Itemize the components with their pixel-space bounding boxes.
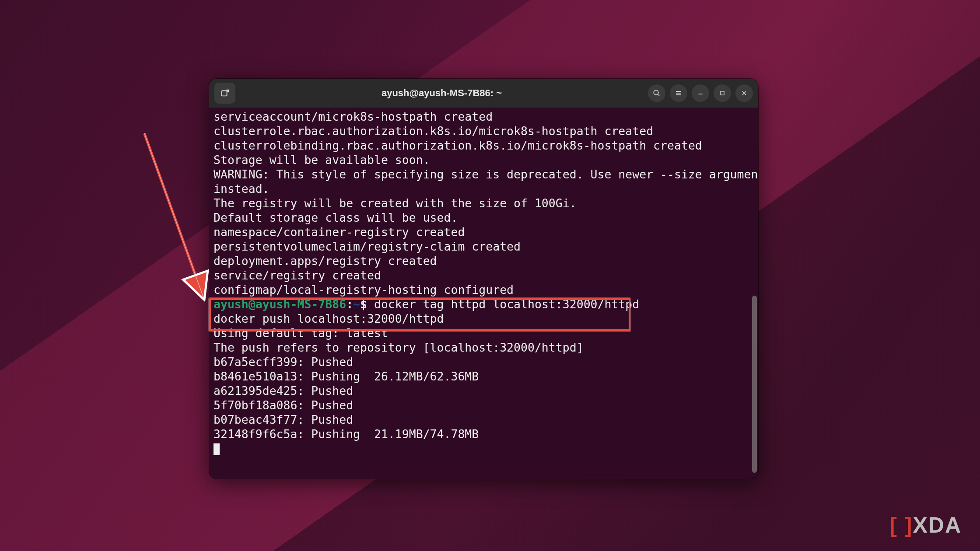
output-line: 32148f9f6c5a: Pushing 21.19MB/74.78MB bbox=[214, 427, 479, 441]
output-line: instead. bbox=[214, 182, 270, 195]
terminal-window: ayush@ayush-MS-7B86: ~ serviceaccount/mi… bbox=[209, 79, 758, 479]
prompt-user: ayush@ayush-MS-7B86 bbox=[214, 297, 346, 311]
output-line: a621395de425: Pushed bbox=[214, 384, 353, 398]
output-line: The push refers to repository [localhost… bbox=[214, 341, 584, 354]
output-line: serviceaccount/microk8s-hostpath created bbox=[214, 110, 493, 123]
window-titlebar: ayush@ayush-MS-7B86: ~ bbox=[209, 79, 758, 108]
output-line: deployment.apps/registry created bbox=[214, 254, 437, 268]
output-line: configmap/local-registry-hosting configu… bbox=[214, 283, 514, 296]
xda-logo-text: XDA bbox=[913, 513, 962, 538]
window-title: ayush@ayush-MS-7B86: ~ bbox=[240, 87, 644, 99]
output-line: b67a5ecff399: Pushed bbox=[214, 355, 353, 369]
search-button[interactable] bbox=[648, 84, 665, 102]
terminal-output[interactable]: serviceaccount/microk8s-hostpath created… bbox=[209, 108, 758, 479]
prompt-symbol: $ bbox=[360, 297, 367, 311]
new-tab-button[interactable] bbox=[214, 83, 235, 104]
menu-button[interactable] bbox=[670, 84, 687, 102]
prompt-path: ~ bbox=[353, 297, 360, 311]
command-line-1: docker tag httpd localhost:32000/httpd bbox=[367, 297, 639, 311]
output-line: b07beac43f77: Pushed bbox=[214, 413, 353, 426]
output-line: Default storage class will be used. bbox=[214, 211, 458, 224]
scrollbar-thumb[interactable] bbox=[752, 296, 757, 473]
output-line: 5f70bf18a086: Pushed bbox=[214, 398, 353, 412]
output-line: namespace/container-registry created bbox=[214, 225, 465, 239]
prompt-sep: : bbox=[346, 297, 353, 311]
close-button[interactable] bbox=[735, 84, 753, 102]
xda-bracket-icon: [ ] bbox=[889, 513, 913, 538]
output-line: persistentvolumeclaim/registry-claim cre… bbox=[214, 240, 521, 253]
output-line: Storage will be available soon. bbox=[214, 153, 430, 167]
output-line: service/registry created bbox=[214, 269, 381, 282]
svg-point-1 bbox=[654, 90, 658, 95]
minimize-button[interactable] bbox=[692, 84, 709, 102]
svg-rect-2 bbox=[721, 91, 724, 95]
xda-logo: [ ]XDA bbox=[889, 513, 962, 538]
output-line: clusterrolebinding.rbac.authorization.k8… bbox=[214, 139, 702, 152]
terminal-cursor bbox=[214, 443, 220, 455]
output-line: WARNING: This style of specifying size i… bbox=[214, 167, 758, 181]
output-line: Using default tag: latest bbox=[214, 326, 388, 340]
output-line: The registry will be created with the si… bbox=[214, 196, 577, 210]
command-line-2: docker push localhost:32000/httpd bbox=[214, 312, 444, 325]
output-line: clusterrole.rbac.authorization.k8s.io/mi… bbox=[214, 124, 653, 138]
output-line: b8461e510a13: Pushing 26.12MB/62.36MB bbox=[214, 370, 479, 383]
svg-rect-0 bbox=[222, 91, 227, 96]
maximize-button[interactable] bbox=[714, 84, 731, 102]
